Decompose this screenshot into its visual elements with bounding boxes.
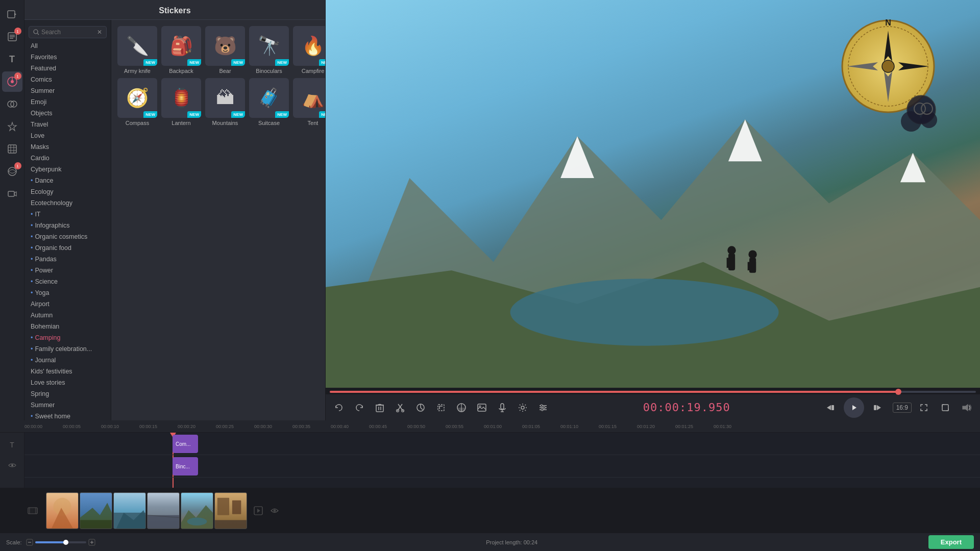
category-item-19[interactable]: Pandas xyxy=(24,254,111,265)
category-item-12[interactable]: Dance xyxy=(24,175,111,186)
audio-record-button[interactable] xyxy=(493,398,511,417)
redo-button[interactable] xyxy=(350,398,369,417)
category-item-22[interactable]: Yoga xyxy=(24,287,111,298)
sticker-item-suitcase[interactable]: 🧳 NEW Suitcase xyxy=(249,78,289,126)
sticker-item-bear[interactable]: 🐻 NEW Bear xyxy=(205,26,245,74)
category-item-6[interactable]: Objects xyxy=(24,108,111,119)
tl-text-icon[interactable]: T xyxy=(4,437,20,453)
scale-plus-icon[interactable] xyxy=(88,539,95,546)
category-item-27[interactable]: Family celebration... xyxy=(24,343,111,355)
image-button[interactable] xyxy=(473,398,491,417)
category-item-11[interactable]: Cyberpunk xyxy=(24,164,111,175)
text-icon-btn[interactable]: T xyxy=(2,49,22,69)
category-item-28[interactable]: Journal xyxy=(24,355,111,366)
sticker-item-tent[interactable]: ⛺ NEW Tent xyxy=(293,78,325,126)
binoc-clip[interactable]: Binc... xyxy=(173,457,198,475)
tl-eye-icon[interactable] xyxy=(4,457,20,473)
category-item-5[interactable]: Emoji xyxy=(24,96,111,108)
volume-icon[interactable] xyxy=(958,398,976,417)
film-thumb-1[interactable] xyxy=(46,492,79,529)
category-item-3[interactable]: Comics xyxy=(24,74,111,85)
overlays-btn[interactable]: 1 xyxy=(2,161,22,182)
ruler-mark-7: 00:00:35 xyxy=(292,424,331,429)
ruler-mark-18: 00:01:30 xyxy=(714,424,752,429)
category-item-7[interactable]: Travel xyxy=(24,119,111,130)
effects-btn[interactable] xyxy=(2,116,22,137)
filmstrip-icon-1[interactable] xyxy=(250,503,266,519)
film-thumb-6[interactable] xyxy=(214,492,247,529)
filmstrip-left-icon[interactable] xyxy=(24,503,41,519)
category-item-32[interactable]: Summer xyxy=(24,399,111,411)
category-item-18[interactable]: Organic food xyxy=(24,242,111,254)
scale-slider[interactable] xyxy=(35,541,86,543)
play-button[interactable] xyxy=(844,397,864,418)
film-thumb-4[interactable] xyxy=(147,492,180,529)
filters-btn[interactable] xyxy=(2,139,22,159)
category-item-14[interactable]: Ecotechnology xyxy=(24,197,111,209)
film-thumb-2[interactable] xyxy=(80,492,112,529)
search-box[interactable]: ✕ xyxy=(29,26,107,38)
category-item-24[interactable]: Autumn xyxy=(24,310,111,321)
category-item-17[interactable]: Organic cosmetics xyxy=(24,231,111,242)
stickers-panel-btn[interactable]: 1 xyxy=(2,71,22,92)
sticker-item-lantern[interactable]: 🏮 NEW Lantern xyxy=(161,78,201,126)
adjust-button[interactable] xyxy=(534,398,552,417)
category-item-31[interactable]: Spring xyxy=(24,388,111,399)
video-icon-btn[interactable] xyxy=(2,4,22,24)
search-input[interactable] xyxy=(41,29,97,36)
delete-button[interactable] xyxy=(371,398,389,417)
sticker-item-binoculars[interactable]: 🔭 NEW Binoculars xyxy=(249,26,289,74)
film-thumb-3[interactable] xyxy=(113,492,146,529)
filmstrip-icon-2[interactable] xyxy=(266,503,283,519)
category-item-23[interactable]: Airport xyxy=(24,298,111,310)
mountain-svg xyxy=(326,116,980,388)
category-item-33[interactable]: Sweet home xyxy=(24,411,111,420)
category-item-15[interactable]: IT xyxy=(24,209,111,220)
ruler-mark-6: 00:00:30 xyxy=(254,424,292,429)
scale-minus-icon[interactable] xyxy=(26,539,33,546)
category-item-0[interactable]: All xyxy=(24,40,111,52)
sticker-item-compass[interactable]: 🧭 NEW Compass xyxy=(117,78,157,126)
comp-clip[interactable]: Com... xyxy=(173,435,198,453)
sticker-item-mountains[interactable]: 🏔 NEW Mountains xyxy=(205,78,245,126)
category-item-25[interactable]: Bohemian xyxy=(24,321,111,332)
category-item-9[interactable]: Masks xyxy=(24,141,111,153)
filmstrip xyxy=(0,488,980,533)
sticker-item-backpack[interactable]: 🎒 NEW Backpack xyxy=(161,26,201,74)
search-close-icon[interactable]: ✕ xyxy=(97,29,102,36)
category-item-8[interactable]: Love xyxy=(24,130,111,141)
aspect-ratio[interactable]: 16:9 xyxy=(893,403,912,413)
category-item-29[interactable]: Kids' festivities xyxy=(24,366,111,377)
cut-button[interactable] xyxy=(391,398,409,417)
sticker-item-army-knife[interactable]: 🔪 NEW Army knife xyxy=(117,26,157,74)
crop-button[interactable] xyxy=(432,398,450,417)
export-button[interactable]: Export xyxy=(928,535,974,549)
skip-back-button[interactable] xyxy=(821,398,840,417)
skip-forward-button[interactable] xyxy=(868,398,887,417)
transitions-btn[interactable] xyxy=(2,94,22,114)
progress-bar-area[interactable] xyxy=(326,388,980,394)
category-item-26[interactable]: Camping xyxy=(24,332,111,343)
ruler-mark-15: 00:01:15 xyxy=(599,424,637,429)
category-item-1[interactable]: Favorites xyxy=(24,52,111,63)
category-item-21[interactable]: Science xyxy=(24,276,111,287)
film-thumb-5[interactable] xyxy=(181,492,213,529)
category-item-30[interactable]: Love stories xyxy=(24,377,111,388)
category-item-4[interactable]: Summer xyxy=(24,85,111,96)
undo-button[interactable] xyxy=(330,398,348,417)
category-item-13[interactable]: Ecology xyxy=(24,186,111,197)
expand-icon[interactable] xyxy=(936,398,954,417)
category-item-16[interactable]: Infographics xyxy=(24,220,111,231)
progress-track[interactable] xyxy=(330,391,976,393)
audio-icon-btn[interactable]: 1 xyxy=(2,27,22,47)
sticker-item-campfire[interactable]: 🔥 NEW Campfire xyxy=(293,26,325,74)
color-button[interactable] xyxy=(452,398,471,417)
record-btn[interactable] xyxy=(2,184,22,204)
copy-button[interactable] xyxy=(411,398,430,417)
svg-point-17 xyxy=(34,30,38,34)
fullscreen-icon[interactable] xyxy=(915,398,933,417)
category-item-20[interactable]: Power xyxy=(24,265,111,276)
category-item-2[interactable]: Featured xyxy=(24,63,111,74)
category-item-10[interactable]: Cardio xyxy=(24,153,111,164)
settings-button[interactable] xyxy=(513,398,532,417)
